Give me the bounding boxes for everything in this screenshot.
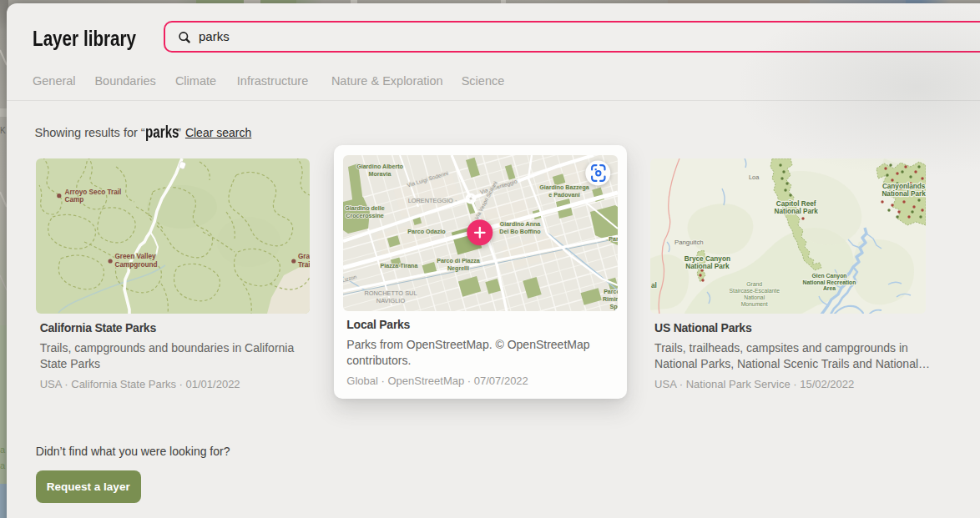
svg-text:Panguitch: Panguitch: [674, 239, 704, 246]
svg-text:a: a: [0, 445, 6, 455]
svg-text:Campground: Campground: [115, 261, 158, 269]
svg-text:Bryce Canyon: Bryce Canyon: [684, 255, 730, 263]
svg-text:Area: Area: [823, 285, 836, 291]
svg-text:Arroyo Seco Trail: Arroyo Seco Trail: [65, 188, 122, 195]
svg-text:Camp: Camp: [65, 196, 84, 204]
svg-text:e Padovani: e Padovani: [548, 192, 579, 199]
svg-text:Giardino delle: Giardino delle: [345, 205, 384, 212]
svg-text:Loa: Loa: [749, 174, 760, 181]
svg-text:Negrelli: Negrelli: [447, 265, 469, 272]
svg-text:Giardino Alberto: Giardino Alberto: [356, 163, 403, 170]
svg-text:National Recreation: National Recreation: [803, 279, 856, 284]
svg-text:National: National: [745, 294, 765, 300]
svg-text:National Park: National Park: [882, 190, 927, 198]
svg-text:Parco di Piazza: Parco di Piazza: [437, 258, 480, 264]
svg-text:National Park: National Park: [686, 263, 730, 270]
svg-text:Piazza Tirana: Piazza Tirana: [380, 263, 417, 269]
svg-text:Crocerossine: Crocerossine: [346, 213, 383, 219]
svg-text:Grand: Grand: [747, 281, 763, 287]
svg-text:Spe: Spe: [609, 304, 618, 310]
svg-text:Canyonlands: Canyonlands: [882, 183, 926, 190]
svg-text:Monument: Monument: [741, 301, 768, 307]
svg-text:a: a: [0, 460, 6, 470]
svg-text:Giardino Bazzega: Giardino Bazzega: [539, 184, 589, 191]
svg-text:Rimini -: Rimini -: [603, 296, 618, 303]
svg-text:Giardino Anna: Giardino Anna: [499, 221, 540, 228]
svg-text:Moravia: Moravia: [368, 171, 391, 178]
svg-text:al: al: [651, 282, 657, 289]
svg-text:LORENTEGGIO ·: LORENTEGGIO ·: [407, 197, 457, 204]
svg-text:K: K: [0, 126, 6, 135]
svg-text:Parco Odazio: Parco Odazio: [407, 229, 446, 235]
svg-text:Gra: Gra: [298, 253, 310, 260]
svg-text:Green Valley: Green Valley: [115, 253, 157, 260]
svg-text:National Park: National Park: [775, 208, 819, 215]
svg-text:Parc: Parc: [609, 236, 618, 243]
svg-text:NAVIGLIO: NAVIGLIO: [376, 297, 406, 304]
svg-text:RONCHETTO SUL: RONCHETTO SUL: [364, 289, 417, 297]
svg-text:Capitol Reef: Capitol Reef: [776, 200, 816, 208]
svg-text:Trail: Trail: [298, 261, 310, 269]
svg-text:Staircase-Escalante: Staircase-Escalante: [730, 288, 780, 294]
svg-text:Parco: Parco: [604, 289, 618, 295]
svg-text:Del Bo Boffino: Del Bo Boffino: [499, 229, 541, 235]
